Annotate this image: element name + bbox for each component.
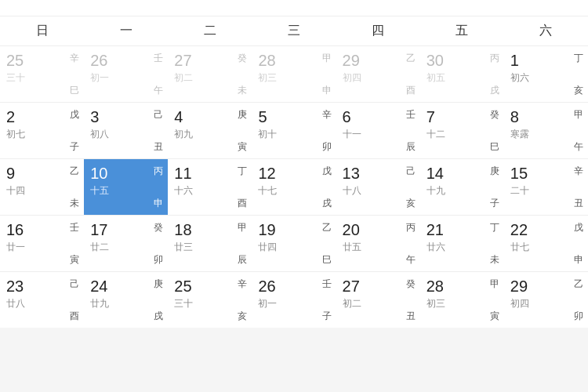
day-cell[interactable]: 8甲寒露午 [504, 102, 588, 158]
gz-top: 癸 [406, 278, 416, 289]
gz-top: 戊 [574, 222, 583, 233]
gz-top: 庚 [490, 165, 499, 176]
lunar-date: 十五 [90, 184, 163, 198]
day-cell[interactable]: 11丁十六酉 [168, 158, 252, 215]
gz-bottom: 午 [574, 140, 583, 154]
gz-top: 丁 [574, 53, 583, 64]
day-cell[interactable]: 22戊廿七申 [504, 215, 588, 271]
day-cell[interactable]: 19乙廿四巳 [252, 215, 336, 271]
day-cell[interactable]: 9乙十四未 [0, 158, 84, 215]
gz-bottom: 子 [490, 197, 499, 210]
day-cell[interactable]: 28甲初三寅 [420, 271, 504, 328]
lunar-date: 廿二 [90, 241, 163, 254]
gz-bottom: 申 [154, 197, 163, 210]
day-number: 22 [510, 220, 583, 239]
day-number: 24 [90, 277, 163, 296]
lunar-date: 廿九 [90, 297, 163, 310]
day-cell[interactable]: 14庚十九子 [420, 158, 504, 215]
day-cell[interactable]: 6壬十一辰 [336, 102, 420, 158]
gz-top: 癸 [238, 53, 247, 64]
day-number: 19 [258, 220, 331, 239]
day-number: 5 [258, 107, 331, 126]
gz-bottom: 申 [574, 253, 583, 267]
gz-bottom: 亥 [238, 310, 247, 323]
day-cell[interactable]: 5辛初十卯 [252, 102, 336, 158]
gz-bottom: 寅 [238, 140, 247, 154]
gz-top: 辛 [238, 278, 247, 289]
lunar-date: 十六 [174, 184, 247, 198]
gz-top: 乙 [70, 165, 79, 176]
day-cell[interactable]: 16壬廿一寅 [0, 215, 84, 271]
day-cell[interactable]: 24庚廿九戌 [84, 271, 168, 328]
gz-bottom: 子 [70, 140, 79, 154]
day-cell[interactable]: 3己初八丑 [84, 102, 168, 158]
lunar-date: 二十 [510, 184, 583, 198]
lunar-date: 初一 [258, 297, 331, 310]
day-number: 30 [426, 51, 499, 70]
gz-bottom: 亥 [574, 84, 583, 97]
day-cell[interactable]: 25辛三十巳 [0, 45, 84, 102]
day-number: 18 [174, 220, 247, 239]
day-cell[interactable]: 12戊十七戌 [252, 158, 336, 215]
gz-bottom: 戌 [490, 84, 499, 97]
gz-bottom: 子 [322, 310, 332, 323]
lunar-date: 廿七 [510, 241, 583, 254]
day-number: 26 [90, 51, 163, 70]
lunar-date: 十二 [426, 128, 499, 141]
day-number: 15 [510, 164, 583, 183]
day-cell[interactable]: 21丁廿六未 [420, 215, 504, 271]
day-number: 4 [174, 107, 247, 126]
weekday-label: 日 [0, 16, 84, 45]
gz-bottom: 丑 [406, 310, 416, 323]
day-cell[interactable]: 2戊初七子 [0, 102, 84, 158]
gz-top: 辛 [70, 53, 79, 64]
weekday-label: 二 [168, 16, 252, 45]
gz-top: 甲 [238, 222, 247, 233]
day-cell[interactable]: 10丙十五申 [84, 158, 168, 215]
gz-bottom: 巳 [490, 140, 499, 154]
day-cell[interactable]: 26壬初一午 [84, 45, 168, 102]
day-cell[interactable]: 26壬初一子 [252, 271, 336, 328]
day-number: 6 [343, 107, 416, 126]
lunar-date: 廿一 [6, 241, 79, 254]
day-number: 25 [174, 277, 247, 296]
day-number: 28 [426, 277, 499, 296]
day-cell[interactable]: 25辛三十亥 [168, 271, 252, 328]
gz-top: 庚 [154, 278, 163, 289]
day-cell[interactable]: 29乙初四卯 [504, 271, 588, 328]
day-number: 3 [90, 107, 163, 126]
lunar-date: 初九 [174, 128, 247, 141]
day-number: 21 [426, 220, 499, 239]
day-number: 14 [426, 164, 499, 183]
day-cell[interactable]: 27癸初二丑 [336, 271, 420, 328]
gz-top: 癸 [154, 222, 163, 233]
gz-bottom: 寅 [490, 310, 499, 323]
gz-bottom: 巳 [70, 84, 79, 97]
day-cell[interactable]: 15辛二十丑 [504, 158, 588, 215]
weekday-label: 一 [84, 16, 168, 45]
day-cell[interactable]: 27癸初二未 [168, 45, 252, 102]
day-cell[interactable]: 13己十八亥 [336, 158, 420, 215]
day-cell[interactable]: 30丙初五戌 [420, 45, 504, 102]
day-cell[interactable]: 23己廿八酉 [0, 271, 84, 328]
day-cell[interactable]: 20丙廿五午 [336, 215, 420, 271]
day-cell[interactable]: 1丁初六亥 [504, 45, 588, 102]
gz-bottom: 酉 [406, 84, 416, 97]
gz-bottom: 申 [322, 84, 332, 97]
weekday-label: 六 [504, 16, 588, 45]
day-cell[interactable]: 18甲廿三辰 [168, 215, 252, 271]
gz-top: 乙 [322, 222, 332, 233]
day-cell[interactable]: 29乙初四酉 [336, 45, 420, 102]
day-cell[interactable]: 17癸廿二卯 [84, 215, 168, 271]
lunar-date: 十一 [343, 128, 416, 141]
day-number: 25 [6, 51, 79, 70]
day-number: 1 [510, 51, 583, 70]
day-number: 16 [6, 220, 79, 239]
day-cell[interactable]: 7癸十二巳 [420, 102, 504, 158]
lunar-date: 初八 [90, 128, 163, 141]
day-cell[interactable]: 4庚初九寅 [168, 102, 252, 158]
day-number: 11 [174, 164, 247, 183]
gz-top: 壬 [70, 222, 79, 233]
day-cell[interactable]: 28甲初三申 [252, 45, 336, 102]
day-number: 12 [258, 164, 331, 183]
